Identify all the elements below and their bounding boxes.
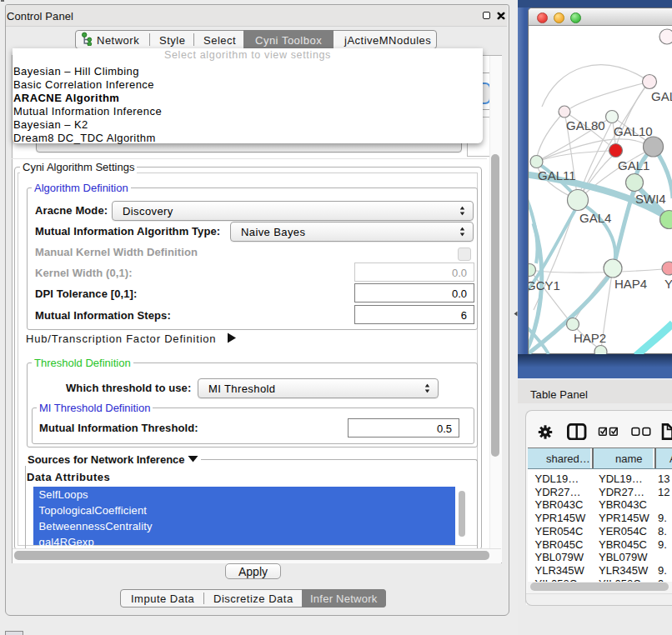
svg-text:SWI4: SWI4	[635, 192, 666, 206]
svg-text:HAP4: HAP4	[614, 277, 647, 291]
svg-text:GAL11: GAL11	[538, 168, 576, 182]
svg-text:Y: Y	[664, 277, 672, 291]
svg-text:GAL10: GAL10	[614, 124, 653, 138]
svg-text:GAL1: GAL1	[618, 158, 649, 172]
svg-text:HAP2: HAP2	[574, 331, 606, 345]
svg-text:GAL80: GAL80	[566, 118, 605, 132]
svg-text:GCY1: GCY1	[529, 278, 560, 292]
svg-text:GAL4: GAL4	[579, 211, 611, 225]
svg-text:GAL7: GAL7	[651, 89, 672, 103]
